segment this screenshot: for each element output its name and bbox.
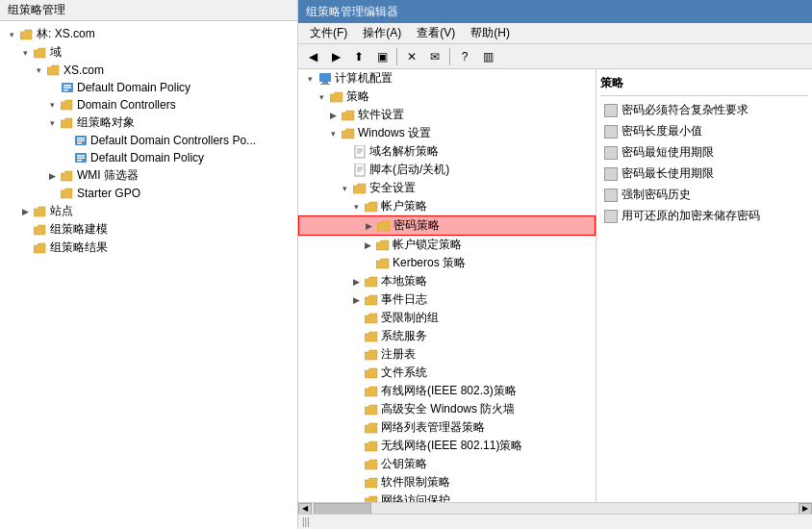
svg-marker-21 bbox=[34, 243, 45, 253]
editor-tree-item-computer-config[interactable]: ▾计算机配置 bbox=[298, 69, 596, 88]
svg-rect-12 bbox=[77, 142, 82, 144]
editor-tree-item-windows-firewall[interactable]: 高级安全 Windows 防火墙 bbox=[298, 400, 596, 418]
tree-node-icon bbox=[352, 181, 368, 196]
toolbar-btn-help[interactable]: ? bbox=[454, 46, 475, 67]
svg-marker-27 bbox=[342, 129, 354, 139]
toolbar-btn-show-hide[interactable]: ▣ bbox=[371, 46, 393, 67]
menu-item-help[interactable]: 帮助(H) bbox=[463, 23, 518, 43]
policy-item-reversible[interactable]: 用可还原的加密来储存密码 bbox=[600, 206, 808, 227]
menu-item-file[interactable]: 文件(F) bbox=[302, 23, 355, 43]
horizontal-scrollbar[interactable]: ◀▶ bbox=[298, 502, 812, 514]
policy-item-complexity[interactable]: 密码必须符合复杂性要求 bbox=[600, 100, 808, 121]
editor-menubar: 文件(F)操作(A)查看(V)帮助(H) bbox=[298, 23, 812, 44]
policy-item-max-age[interactable]: 密码最长使用期限 bbox=[600, 164, 808, 185]
policy-item-label: 强制密码历史 bbox=[622, 187, 691, 203]
left-tree-item-domain_controllers[interactable]: ▾Domain Controllers bbox=[0, 96, 297, 113]
editor-tree-item-account-lockout[interactable]: ▶帐户锁定策略 bbox=[298, 236, 596, 254]
tree-node-icon bbox=[364, 439, 379, 454]
editor-tree-item-software-settings[interactable]: ▶软件设置 bbox=[298, 106, 596, 124]
editor-tree-item-account-policy[interactable]: ▾帐户策略 bbox=[298, 197, 596, 215]
left-tree-item-policy_result[interactable]: 组策略结果 bbox=[0, 239, 297, 257]
toolbar-btn-export[interactable]: ▥ bbox=[477, 46, 498, 67]
tree-arrow: ▾ bbox=[31, 65, 46, 75]
policy-item-min-length[interactable]: 密码长度最小值 bbox=[600, 121, 808, 142]
left-tree-item-default_domain_policy2[interactable]: Default Domain Policy bbox=[0, 149, 297, 166]
editor-tree-item-windows-settings[interactable]: ▾Windows 设置 bbox=[298, 124, 596, 142]
editor-tree-item-public-key[interactable]: 公钥策略 bbox=[298, 455, 596, 473]
left-tree-item-starter_gpo[interactable]: Starter GPO bbox=[0, 185, 297, 202]
left-tree-item-domains[interactable]: ▾域 bbox=[0, 43, 297, 62]
tree-node-icon bbox=[364, 365, 379, 381]
svg-marker-1 bbox=[34, 48, 45, 58]
left-tree-item-default_domain_policy[interactable]: Default Domain Policy bbox=[0, 79, 297, 96]
tree-item-label: 组策略结果 bbox=[50, 239, 108, 256]
toolbar-separator bbox=[449, 48, 450, 65]
tree-expand-arrow: ▶ bbox=[348, 295, 364, 305]
scroll-thumb[interactable] bbox=[314, 503, 371, 515]
toolbar-btn-forward[interactable]: ▶ bbox=[325, 46, 346, 67]
tree-expand-arrow: ▾ bbox=[302, 74, 317, 84]
toolbar-btn-delete[interactable]: ✕ bbox=[401, 46, 422, 67]
tree-item-label: 组策略建模 bbox=[50, 221, 108, 238]
scroll-right-button[interactable]: ▶ bbox=[799, 503, 812, 515]
svg-rect-23 bbox=[322, 82, 328, 84]
folder-icon bbox=[33, 240, 48, 256]
tree-arrow: ▶ bbox=[44, 171, 60, 181]
editor-tree-item-event-log[interactable]: ▶事件日志 bbox=[298, 290, 596, 309]
tree-node-icon bbox=[352, 144, 368, 160]
left-tree-item-sites[interactable]: ▶站点 bbox=[0, 202, 297, 220]
editor-tree-item-policy[interactable]: ▾策略 bbox=[298, 88, 596, 106]
policy-item-history[interactable]: 强制密码历史 bbox=[600, 185, 808, 206]
left-tree-item-wmi_filter[interactable]: ▶WMI 筛选器 bbox=[0, 166, 297, 185]
gpo-icon bbox=[73, 150, 89, 165]
left-tree-item-xscom[interactable]: ▾XS.com bbox=[0, 62, 297, 79]
svg-rect-32 bbox=[355, 164, 365, 176]
svg-marker-45 bbox=[365, 350, 377, 360]
left-tree-item-default_dc_policy[interactable]: Default Domain Controllers Po... bbox=[0, 132, 297, 149]
scroll-track[interactable] bbox=[312, 503, 799, 515]
menu-item-action[interactable]: 操作(A) bbox=[355, 23, 409, 43]
policy-item-min-age[interactable]: 密码最短使用期限 bbox=[600, 142, 808, 164]
left-tree-item-forest[interactable]: ▾林: XS.com bbox=[0, 25, 297, 43]
svg-rect-15 bbox=[77, 158, 85, 160]
editor-tree-item-system-services[interactable]: 系统服务 bbox=[298, 327, 596, 345]
scroll-left-button[interactable]: ◀ bbox=[298, 503, 312, 515]
left-panel-title: 组策略管理 bbox=[0, 0, 297, 21]
editor-tree-item-registry[interactable]: 注册表 bbox=[298, 345, 596, 364]
svg-marker-36 bbox=[353, 184, 366, 193]
svg-marker-51 bbox=[365, 460, 377, 469]
svg-marker-47 bbox=[365, 387, 377, 396]
menu-item-view[interactable]: 查看(V) bbox=[409, 23, 463, 43]
editor-tree-item-password-policy[interactable]: ▶密码策略 bbox=[298, 215, 596, 236]
toolbar-btn-up[interactable]: ⬆ bbox=[348, 46, 369, 67]
editor-tree-item-network-access[interactable]: 网络访问保护 bbox=[298, 491, 596, 502]
folder-icon bbox=[60, 97, 75, 113]
tree-item-label: Starter GPO bbox=[77, 187, 140, 200]
toolbar-btn-props[interactable]: ✉ bbox=[424, 46, 445, 67]
left-tree-item-policy_objects[interactable]: ▾组策略对象 bbox=[0, 113, 297, 132]
policy-list-header: 策略 bbox=[600, 73, 808, 96]
editor-tree-item-software-restriction[interactable]: 软件限制策略 bbox=[298, 473, 596, 491]
editor-tree-item-restricted-groups[interactable]: 受限制的组 bbox=[298, 309, 596, 327]
folder-icon bbox=[60, 168, 75, 184]
editor-tree-item-scripts[interactable]: 脚本(启动/关机) bbox=[298, 161, 596, 179]
tree-item-label: 站点 bbox=[50, 203, 73, 219]
toolbar-btn-back[interactable]: ◀ bbox=[302, 46, 323, 67]
left-tree-item-policy_model[interactable]: 组策略建模 bbox=[0, 220, 297, 239]
policy-item-label: 用可还原的加密来储存密码 bbox=[622, 208, 760, 224]
tree-expand-arrow: ▶ bbox=[348, 277, 364, 287]
tree-node-icon bbox=[364, 402, 379, 417]
svg-marker-0 bbox=[20, 30, 32, 39]
editor-tree-item-local-policy[interactable]: ▶本地策略 bbox=[298, 272, 596, 290]
editor-tree-item-network-list[interactable]: 网络列表管理器策略 bbox=[298, 418, 596, 437]
svg-marker-48 bbox=[365, 405, 377, 415]
editor-tree-item-wireless-network[interactable]: 无线网络(IEEE 802.11)策略 bbox=[298, 437, 596, 455]
tree-node-icon bbox=[364, 199, 379, 214]
tree-node-icon bbox=[376, 218, 392, 234]
editor-tree-item-wired-network[interactable]: 有线网络(IEEE 802.3)策略 bbox=[298, 382, 596, 400]
editor-tree-item-name-resolution[interactable]: 域名解析策略 bbox=[298, 142, 596, 161]
editor-tree-item-kerberos[interactable]: Kerberos 策略 bbox=[298, 254, 596, 272]
editor-tree-item-security-settings[interactable]: ▾安全设置 bbox=[298, 179, 596, 197]
editor-tree-item-file-system[interactable]: 文件系统 bbox=[298, 364, 596, 382]
svg-marker-41 bbox=[365, 277, 377, 287]
